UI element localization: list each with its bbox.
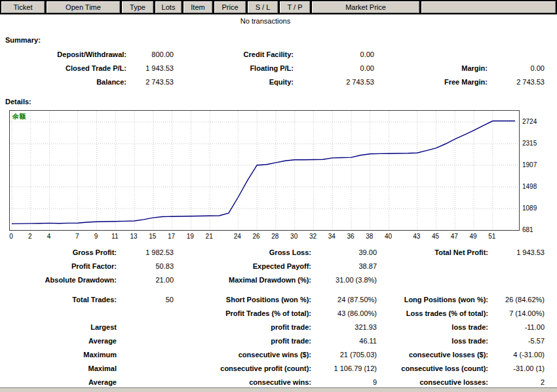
stat-label: consecutive losses ($): [377, 348, 488, 362]
stat-label: Total Trades: [0, 293, 117, 307]
x-axis-label: 9 [90, 233, 103, 240]
stat-value [488, 273, 545, 287]
x-axis-label: 34 [325, 233, 338, 240]
stat-label: Floating P/L: [174, 62, 294, 75]
stat-label: Maximum [0, 348, 117, 362]
stat-label: Short Positions (won %): [174, 293, 311, 307]
stat-label: loss trade: [377, 321, 488, 334]
column-header-type[interactable]: Type [122, 1, 153, 13]
stat-value: 24 (87.50%) [311, 293, 377, 307]
stat-label: Gross Loss: [174, 246, 311, 260]
stat-label: Deposit/Withdrawal: [0, 48, 126, 62]
stat-label: Long Positions (won %): [377, 293, 488, 307]
column-header-s-l[interactable]: S / L [248, 1, 278, 13]
stat-value: 1 943.53 [126, 62, 174, 75]
x-axis-label: 45 [429, 233, 442, 240]
x-axis-label: 28 [269, 233, 282, 240]
stat-label: Expected Payoff: [174, 260, 311, 273]
stat-value: 50 [117, 293, 174, 307]
stat-label: consecutive loss (count): [377, 362, 488, 376]
x-axis-label: 26 [250, 233, 263, 240]
data-row: Averageprofit trade:46.11loss trade:-5.5… [0, 334, 545, 348]
stat-label [377, 260, 488, 273]
stat-label: Loss trades (% of total): [377, 307, 488, 321]
data-row: Balance:2 743.53Equity:2 743.53Free Marg… [0, 75, 545, 89]
stat-label: consecutive profit (count): [174, 362, 311, 376]
stat-label: Largest [0, 321, 117, 334]
y-axis-label: 1907 [522, 161, 537, 168]
details-title: Details: [5, 98, 31, 106]
stat-value: 43 (86.00%) [311, 307, 377, 321]
stat-value: 2 743.53 [126, 75, 174, 89]
stat-label: Credit Facility: [174, 48, 294, 62]
stat-label: profit trade: [174, 334, 311, 348]
stat-value: 321.93 [311, 321, 377, 334]
stat-value: 0.00 [294, 48, 374, 62]
stat-value: 0.00 [488, 62, 545, 75]
stat-label: Balance: [0, 75, 126, 89]
stat-value: -5.57 [488, 334, 545, 348]
stat-value: 50.83 [117, 260, 174, 273]
stat-value: -31.00 (1) [488, 362, 545, 376]
stat-value: 21 (705.03) [311, 348, 377, 362]
column-header-price[interactable]: Price [214, 1, 246, 13]
data-row: Profit Trades (% of total):43 (86.00%)Lo… [0, 307, 545, 321]
stat-label [0, 307, 117, 321]
data-row: Maximalconsecutive profit (count):1 106.… [0, 362, 545, 376]
data-row: Largestprofit trade:321.93loss trade:-11… [0, 321, 545, 334]
data-row: Absolute Drawdown:21.00Maximal Drawdown … [0, 273, 545, 287]
x-axis-label: 19 [183, 233, 197, 240]
stat-label: Maximal [0, 362, 117, 376]
column-header-ticket[interactable]: Ticket [1, 1, 45, 13]
history-header-bar: TicketOpen TimeTypeLotsItemPriceS / LT /… [0, 0, 557, 14]
stat-value: 46.11 [311, 334, 377, 348]
stat-value [117, 348, 174, 362]
stat-label: Profit Trades (% of total): [174, 307, 311, 321]
summary-title: Summary: [5, 36, 41, 44]
x-axis-label: 43 [410, 233, 423, 240]
stat-label: Free Margin: [374, 75, 488, 89]
stat-value: 7 (14.00%) [488, 307, 545, 321]
x-axis-label: 32 [306, 233, 319, 240]
stat-value: 1 106.79 (12) [311, 362, 377, 376]
stat-label: consecutive wins ($): [174, 348, 311, 362]
column-header-market-price[interactable]: Market Price [312, 1, 419, 13]
x-axis-label: 30 [288, 233, 301, 240]
data-row: Closed Trade P/L:1 943.53Floating P/L:0.… [0, 62, 545, 75]
chart-series-label: 余额 [12, 112, 26, 121]
x-axis-label: 24 [231, 233, 244, 240]
stat-value [488, 48, 545, 62]
column-header-open-time[interactable]: Open Time [47, 1, 120, 13]
bottom-strip [0, 387, 557, 392]
summary-grid: Deposit/Withdrawal:800.00Credit Facility… [0, 48, 545, 89]
stat-label: Gross Profit: [0, 246, 117, 260]
stat-value [117, 307, 174, 321]
stat-label: Equity: [174, 75, 294, 89]
stat-value: 31.00 (3.8%) [311, 273, 377, 287]
x-axis-label: 40 [382, 233, 395, 240]
stat-value: 2 743.53 [294, 75, 374, 89]
balance-chart-box: 余额 [9, 110, 520, 231]
balance-chart-area: 余额 68110891498190723152724 0247911131517… [0, 110, 557, 241]
stat-value: 1 982.53 [117, 246, 174, 260]
column-header-item[interactable]: Item [183, 1, 212, 13]
column-header-lots[interactable]: Lots [155, 1, 182, 13]
y-axis-label: 1089 [522, 205, 537, 212]
stat-label: Average [0, 334, 117, 348]
stat-value [117, 321, 174, 334]
stat-label: Profit Factor: [0, 260, 117, 273]
x-axis-label: 2 [24, 233, 37, 240]
x-axis-label: 15 [146, 233, 159, 240]
stat-label: Maximal Drawdown (%): [174, 273, 311, 287]
stat-value: 39.00 [311, 246, 377, 260]
x-axis-label: 47 [448, 233, 461, 240]
column-header-t-p[interactable]: T / P [280, 1, 310, 13]
stat-label [377, 273, 488, 287]
stat-value: 26 (84.62%) [488, 293, 545, 307]
x-axis-label: 4 [43, 233, 56, 240]
stat-value: -11.00 [488, 321, 545, 334]
no-transactions-text: No transactions [0, 17, 531, 25]
stats-grid-top: Gross Profit:1 982.53Gross Loss:39.00Tot… [0, 246, 545, 287]
stat-value [117, 362, 174, 376]
stat-label: Absolute Drawdown: [0, 273, 117, 287]
